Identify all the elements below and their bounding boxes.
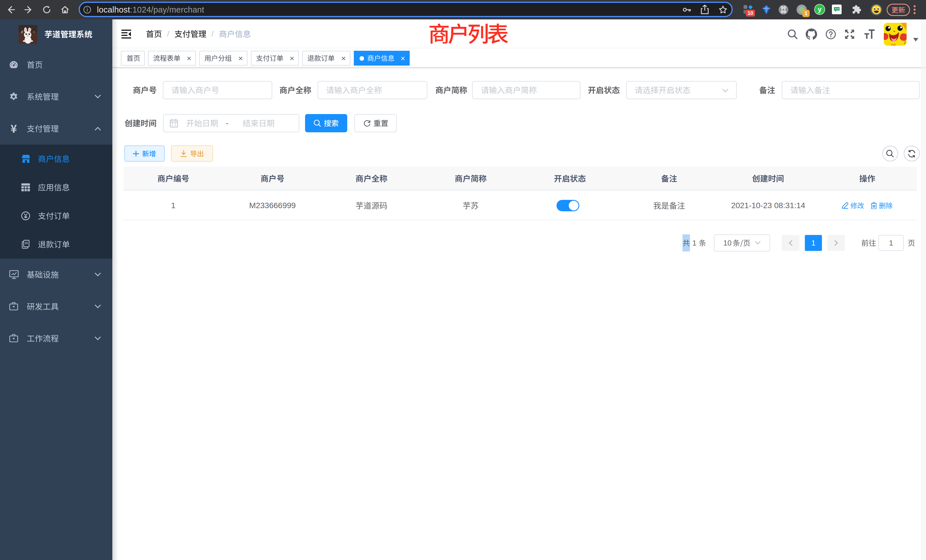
svg-text:y: y (818, 5, 822, 13)
